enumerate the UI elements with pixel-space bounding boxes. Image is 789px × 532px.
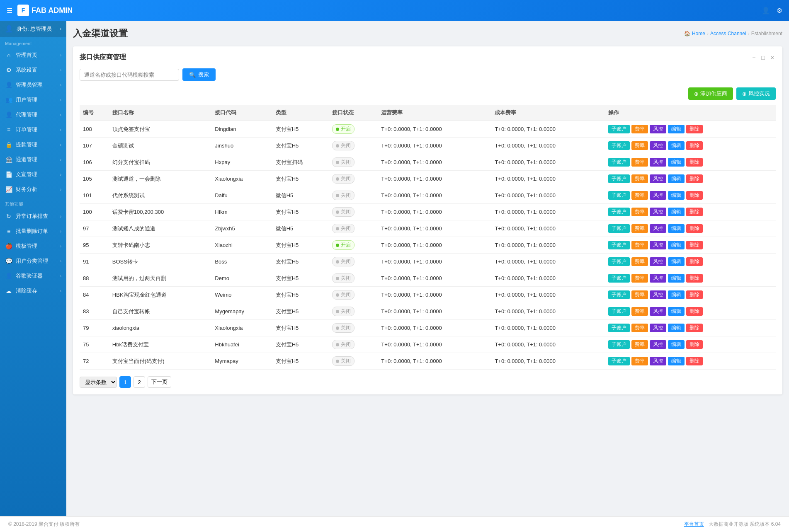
risk-button[interactable]: 风控: [650, 241, 666, 249]
rate-button[interactable]: 费率: [631, 208, 648, 216]
rate-button[interactable]: 费率: [631, 125, 648, 133]
rate-button[interactable]: 费率: [631, 158, 648, 167]
edit-button[interactable]: 编辑: [668, 241, 685, 249]
delete-button[interactable]: 删除: [686, 241, 703, 249]
sub-account-button[interactable]: 子账户: [608, 141, 630, 150]
delete-button[interactable]: 删除: [686, 158, 703, 167]
sub-account-button[interactable]: 子账户: [608, 125, 630, 133]
edit-button[interactable]: 编辑: [668, 324, 685, 332]
risk-button[interactable]: 风控: [650, 158, 666, 167]
sub-account-button[interactable]: 子账户: [608, 274, 630, 283]
sidebar-item-system[interactable]: ⚙ 系统设置 ›: [0, 63, 66, 77]
menu-icon[interactable]: ☰: [7, 7, 12, 15]
risk-button[interactable]: 风控: [650, 290, 666, 299]
sidebar-item-wechat[interactable]: 💬 用户分类管理 ›: [0, 254, 66, 268]
status-badge[interactable]: 开启: [332, 124, 354, 134]
rate-button[interactable]: 费率: [631, 274, 648, 283]
edit-button[interactable]: 编辑: [668, 357, 685, 365]
risk-button[interactable]: 风控: [650, 224, 666, 233]
sidebar-item-agent[interactable]: 👤 代理管理 ›: [0, 107, 66, 122]
sub-account-button[interactable]: 子账户: [608, 307, 630, 316]
search-button[interactable]: 🔍 搜索: [182, 68, 216, 81]
risk-button[interactable]: 风控: [650, 357, 666, 365]
status-badge[interactable]: 关闭: [332, 207, 354, 217]
sidebar-item-admin[interactable]: 👤 管理员管理 ›: [0, 77, 66, 92]
status-badge[interactable]: 关闭: [332, 307, 354, 316]
sub-account-button[interactable]: 子账户: [608, 357, 630, 365]
risk-button[interactable]: 风控: [650, 257, 666, 266]
delete-button[interactable]: 删除: [686, 174, 703, 183]
sub-account-button[interactable]: 子账户: [608, 324, 630, 332]
delete-button[interactable]: 删除: [686, 125, 703, 133]
page-next-button[interactable]: 下一页: [148, 376, 171, 388]
sidebar-item-home[interactable]: ⌂ 管理首页 ›: [0, 48, 66, 63]
sidebar-item-finance[interactable]: 📈 财务分析 ›: [0, 182, 66, 197]
edit-button[interactable]: 编辑: [668, 340, 685, 349]
card-close-btn[interactable]: ×: [769, 53, 776, 62]
rate-button[interactable]: 费率: [631, 357, 648, 365]
status-badge[interactable]: 关闭: [332, 191, 354, 200]
sub-account-button[interactable]: 子账户: [608, 257, 630, 266]
edit-button[interactable]: 编辑: [668, 208, 685, 216]
edit-button[interactable]: 编辑: [668, 290, 685, 299]
risk-monitor-button[interactable]: ⊕ 风控实况: [736, 87, 776, 100]
status-badge[interactable]: 关闭: [332, 141, 354, 150]
status-badge[interactable]: 关闭: [332, 323, 354, 333]
rate-button[interactable]: 费率: [631, 257, 648, 266]
delete-button[interactable]: 删除: [686, 290, 703, 299]
delete-button[interactable]: 删除: [686, 340, 703, 349]
rate-button[interactable]: 费率: [631, 324, 648, 332]
risk-button[interactable]: 风控: [650, 174, 666, 183]
edit-button[interactable]: 编辑: [668, 125, 685, 133]
delete-button[interactable]: 删除: [686, 141, 703, 150]
page-size-select[interactable]: 显示条数 10 20 50: [80, 377, 117, 388]
edit-button[interactable]: 编辑: [668, 158, 685, 167]
sub-account-button[interactable]: 子账户: [608, 191, 630, 200]
sub-account-button[interactable]: 子账户: [608, 290, 630, 299]
sidebar-item-batch-delete[interactable]: ≡ 批量删除订单 ›: [0, 224, 66, 239]
sub-account-button[interactable]: 子账户: [608, 224, 630, 233]
breadcrumb-home[interactable]: Home: [692, 31, 705, 36]
delete-button[interactable]: 删除: [686, 191, 703, 200]
risk-button[interactable]: 风控: [650, 208, 666, 216]
rate-button[interactable]: 费率: [631, 224, 648, 233]
edit-button[interactable]: 编辑: [668, 257, 685, 266]
edit-button[interactable]: 编辑: [668, 141, 685, 150]
status-badge[interactable]: 开启: [332, 240, 354, 250]
status-badge[interactable]: 关闭: [332, 224, 354, 233]
edit-button[interactable]: 编辑: [668, 191, 685, 200]
delete-button[interactable]: 删除: [686, 224, 703, 233]
delete-button[interactable]: 删除: [686, 357, 703, 365]
sidebar-item-clear-cache[interactable]: ☁ 清除缓存 ›: [0, 283, 66, 298]
sub-account-button[interactable]: 子账户: [608, 158, 630, 167]
breadcrumb-access[interactable]: Access Channel: [710, 31, 746, 36]
sidebar-item-abnormal[interactable]: ↻ 异常订单排查 ›: [0, 209, 66, 224]
rate-button[interactable]: 费率: [631, 241, 648, 249]
rate-button[interactable]: 费率: [631, 174, 648, 183]
sidebar-item-docs[interactable]: 📄 文宣管理 ›: [0, 167, 66, 182]
delete-button[interactable]: 删除: [686, 324, 703, 332]
edit-button[interactable]: 编辑: [668, 224, 685, 233]
status-badge[interactable]: 关闭: [332, 174, 354, 184]
sidebar-item-channel[interactable]: 🏦 通道管理 ›: [0, 152, 66, 167]
delete-button[interactable]: 删除: [686, 274, 703, 283]
sub-account-button[interactable]: 子账户: [608, 208, 630, 216]
delete-button[interactable]: 删除: [686, 257, 703, 266]
card-restore-btn[interactable]: □: [760, 53, 766, 62]
rate-button[interactable]: 费率: [631, 141, 648, 150]
card-minimize-btn[interactable]: −: [750, 53, 757, 62]
risk-button[interactable]: 风控: [650, 340, 666, 349]
add-supplier-button[interactable]: ⊕ 添加供应商: [688, 87, 733, 100]
risk-button[interactable]: 风控: [650, 324, 666, 332]
sidebar-item-withdraw[interactable]: 🔒 提款管理 ›: [0, 137, 66, 152]
risk-button[interactable]: 风控: [650, 191, 666, 200]
risk-button[interactable]: 风控: [650, 274, 666, 283]
sidebar-item-template[interactable]: 🍎 模板管理 ›: [0, 239, 66, 254]
edit-button[interactable]: 编辑: [668, 307, 685, 316]
user-icon[interactable]: 👤: [762, 7, 770, 15]
status-badge[interactable]: 关闭: [332, 257, 354, 266]
delete-button[interactable]: 删除: [686, 208, 703, 216]
sidebar-item-google[interactable]: 👤 谷歌验证器 ›: [0, 268, 66, 283]
rate-button[interactable]: 费率: [631, 191, 648, 200]
risk-button[interactable]: 风控: [650, 125, 666, 133]
